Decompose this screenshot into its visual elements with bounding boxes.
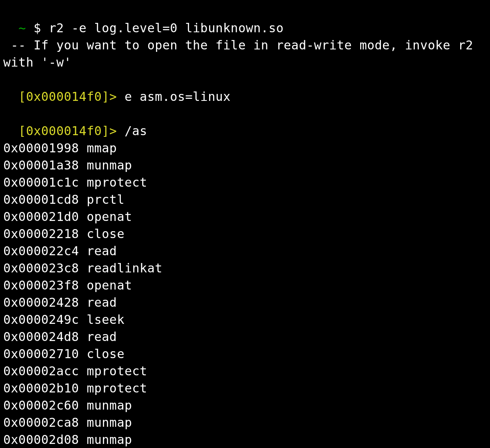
syscall-name: readlinkat: [87, 261, 163, 275]
syscall-row: 0x00002710 close: [3, 345, 487, 363]
syscall-name: openat: [87, 278, 132, 292]
syscall-address: 0x00002c60: [3, 398, 79, 412]
syscall-name: openat: [87, 210, 132, 224]
motd-message: -- If you want to open the file in read-…: [3, 37, 487, 71]
dollar-prompt: $: [26, 21, 49, 35]
syscall-row: 0x000023c8 readlinkat: [3, 260, 487, 277]
syscall-row: 0x000024d8 read: [3, 328, 487, 345]
syscall-row: 0x00002428 read: [3, 294, 487, 311]
syscall-row: 0x00001a38 munmap: [3, 157, 487, 174]
syscall-row: 0x0000249c lseek: [3, 311, 487, 328]
syscall-name: munmap: [87, 398, 132, 412]
syscall-name: munmap: [87, 415, 132, 430]
syscall-address: 0x000022c4: [3, 244, 79, 258]
syscall-address: 0x00002ca8: [3, 415, 79, 430]
syscall-row: 0x00002c60 munmap: [3, 397, 487, 414]
syscall-row: 0x00002d08 munmap: [3, 431, 487, 448]
syscall-name: read: [87, 244, 117, 258]
syscall-name: mprotect: [87, 381, 147, 395]
syscall-address: 0x00001a38: [3, 158, 79, 172]
syscall-output-block: 0x00001998 mmap0x00001a38 munmap0x00001c…: [3, 140, 487, 448]
syscall-address: 0x000023c8: [3, 261, 79, 275]
syscall-row: 0x00002b10 mprotect: [3, 380, 487, 397]
syscall-row: 0x000021d0 openat: [3, 208, 487, 225]
syscall-name: read: [87, 295, 117, 310]
syscall-address: 0x0000249c: [3, 312, 79, 327]
syscall-address: 0x00002b10: [3, 381, 79, 395]
syscall-address: 0x000023f8: [3, 278, 79, 292]
syscall-address: 0x00002d08: [3, 432, 79, 447]
syscall-name: munmap: [87, 158, 132, 172]
syscall-row: 0x00002acc mprotect: [3, 363, 487, 380]
syscall-row: 0x00002218 close: [3, 225, 487, 243]
syscall-row: 0x00001998 mmap: [3, 140, 487, 157]
syscall-address: 0x00002428: [3, 295, 79, 310]
syscall-row: 0x00002ca8 munmap: [3, 414, 487, 431]
syscall-name: mprotect: [87, 175, 147, 189]
syscall-address: 0x00001998: [3, 141, 79, 155]
r2-prompt-line-1[interactable]: [0x000014f0]> e asm.os=linux: [3, 71, 487, 105]
syscall-address: 0x00002218: [3, 227, 79, 241]
shell-command: r2 -e log.level=0 libunknown.so: [49, 21, 283, 35]
syscall-name: mmap: [87, 141, 117, 155]
syscall-address: 0x00001cd8: [3, 192, 79, 207]
r2-prompt: [0x000014f0]>: [18, 89, 117, 104]
r2-command-asm-os: e asm.os=linux: [117, 89, 230, 104]
syscall-name: prctl: [87, 192, 125, 207]
r2-command-search-as: /as: [117, 124, 147, 138]
r2-prompt: [0x000014f0]>: [18, 124, 117, 138]
syscall-row: 0x000022c4 read: [3, 243, 487, 260]
syscall-address: 0x00002acc: [3, 364, 79, 378]
syscall-name: munmap: [87, 432, 132, 447]
syscall-name: read: [87, 330, 117, 344]
tilde-prompt: ~: [18, 21, 26, 35]
syscall-address: 0x00001c1c: [3, 175, 79, 189]
syscall-name: close: [87, 227, 125, 241]
syscall-address: 0x000021d0: [3, 210, 79, 224]
syscall-address: 0x00002710: [3, 347, 79, 361]
syscall-name: lseek: [87, 312, 125, 327]
shell-command-line[interactable]: ~ $ r2 -e log.level=0 libunknown.so: [3, 2, 487, 37]
syscall-name: close: [87, 347, 125, 361]
syscall-name: mprotect: [87, 364, 147, 378]
syscall-row: 0x00001cd8 prctl: [3, 191, 487, 208]
syscall-address: 0x000024d8: [3, 330, 79, 344]
syscall-row: 0x00001c1c mprotect: [3, 174, 487, 191]
r2-prompt-line-2[interactable]: [0x000014f0]> /as: [3, 105, 487, 140]
syscall-row: 0x000023f8 openat: [3, 277, 487, 294]
